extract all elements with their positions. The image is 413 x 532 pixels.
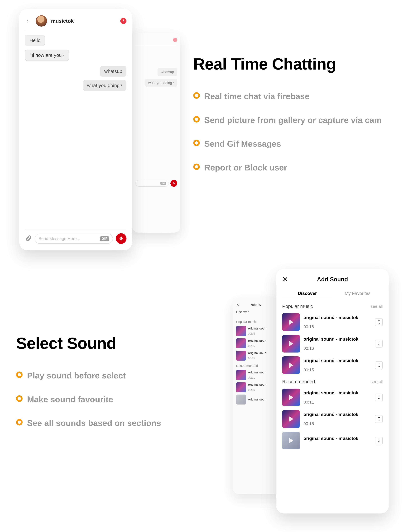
sound-thumb-play-icon[interactable] xyxy=(282,389,300,406)
alert-icon[interactable]: ! xyxy=(173,38,177,42)
chat-messages: Hello Hi how are you? whatsup what you d… xyxy=(25,30,127,229)
bullet-icon xyxy=(193,163,200,170)
section2-text: Select Sound Play sound before select Ma… xyxy=(16,334,209,442)
sound-item[interactable]: original soun xyxy=(236,393,277,406)
chat-username: musictok xyxy=(51,18,116,24)
sound-header: ✕ Add Sound xyxy=(282,275,383,284)
feature-item: Play sound before select xyxy=(16,370,209,381)
bookmark-button[interactable] xyxy=(375,318,383,326)
sound-time: 00:11 xyxy=(304,400,372,405)
chat-message-in: Hello xyxy=(25,35,45,46)
feature-item: See all sounds based on sections xyxy=(16,418,209,429)
tab-discover[interactable]: Discover xyxy=(236,310,249,315)
sound-time: 00:16 xyxy=(304,346,372,351)
add-sound-title: Add S xyxy=(241,303,277,307)
sound-name: original sound - musictok xyxy=(304,436,372,441)
sound-name: original sound - musictok xyxy=(304,358,372,363)
sound-name: original soun xyxy=(248,339,277,342)
section1-text: Real Time Chatting Real time chat via fi… xyxy=(193,55,395,186)
chat-message-out: what you doing? xyxy=(83,80,127,91)
sound-item[interactable]: original soun00:18 xyxy=(236,325,277,337)
message-input[interactable]: Send Message Here... GIF xyxy=(35,234,113,244)
sound-thumb-play-icon[interactable] xyxy=(282,432,300,449)
bookmark-button[interactable] xyxy=(375,437,383,445)
sound-thumb xyxy=(236,351,246,361)
attachment-icon[interactable] xyxy=(25,235,32,242)
chat-message-out: what you doing? xyxy=(145,79,177,87)
message-input[interactable]: GIF xyxy=(135,180,169,187)
back-arrow-icon[interactable]: ← xyxy=(25,17,32,25)
section-label: Recommended xyxy=(236,364,277,368)
sound-name: original sound - musictok xyxy=(304,412,372,417)
feature-text: Make sound favourite xyxy=(27,394,113,405)
feature-item: Send Gif Messages xyxy=(193,138,395,149)
sound-name: original soun xyxy=(248,371,277,374)
avatar[interactable] xyxy=(36,15,47,27)
feature-list: Real time chat via firebase Send picture… xyxy=(193,91,395,173)
sound-name: original sound - musictok xyxy=(304,390,372,396)
sound-time: 00:15 xyxy=(248,357,277,360)
sound-item[interactable]: original sound - musictok00:18 xyxy=(282,311,383,333)
sound-item[interactable]: original sound - musictok00:15 xyxy=(282,408,383,430)
sound-thumb xyxy=(236,370,246,380)
feature-text: Report or Block user xyxy=(204,162,287,173)
see-all-link[interactable]: see all xyxy=(371,304,383,309)
mic-button[interactable] xyxy=(116,233,127,244)
sound-name: original soun xyxy=(248,383,277,387)
bookmark-button[interactable] xyxy=(375,415,383,423)
chat-message-out: whatsup xyxy=(157,68,177,76)
bullet-icon xyxy=(16,419,22,426)
sound-item[interactable]: original soun00:15 xyxy=(236,350,277,362)
feature-item: Report or Block user xyxy=(193,162,395,173)
sound-thumb xyxy=(236,338,246,348)
sound-tabs: Discover My Favorites xyxy=(282,288,383,299)
sound-time: 00:16 xyxy=(248,344,277,348)
section-label: Popular music xyxy=(282,304,313,309)
sound-time: 00:15 xyxy=(304,368,372,372)
feature-list: Play sound before select Make sound favo… xyxy=(16,370,209,429)
sound-item[interactable]: original sound - musictok xyxy=(282,430,383,451)
feature-item: Make sound favourite xyxy=(16,394,209,405)
sound-name: original sound - musictok xyxy=(304,315,372,320)
sound-item[interactable]: original soun00:11 xyxy=(236,369,277,381)
tab-discover[interactable]: Discover xyxy=(282,288,333,299)
bookmark-button[interactable] xyxy=(375,340,383,348)
close-icon[interactable]: ✕ xyxy=(282,275,292,284)
input-placeholder: Send Message Here... xyxy=(39,236,80,241)
sound-time: 00:18 xyxy=(304,324,372,329)
sound-name: original soun xyxy=(248,398,277,401)
sound-item[interactable]: original soun00:16 xyxy=(236,337,277,350)
sound-thumb-play-icon[interactable] xyxy=(282,356,300,374)
sound-time: 00:15 xyxy=(304,421,372,426)
feature-text: Play sound before select xyxy=(27,370,126,381)
section-label: Recommended xyxy=(282,379,315,384)
bookmark-button[interactable] xyxy=(375,361,383,369)
feature-text: Real time chat via firebase xyxy=(204,91,309,102)
chat-header: ← musictok ! xyxy=(25,15,127,30)
sound-item[interactable]: original soun00:15 xyxy=(236,381,277,393)
sound-thumb-play-icon[interactable] xyxy=(282,335,300,352)
bookmark-button[interactable] xyxy=(375,394,383,401)
alert-icon[interactable]: ! xyxy=(120,18,127,24)
gif-button[interactable]: GIF xyxy=(160,182,166,185)
add-sound-title: Add Sound xyxy=(292,276,383,283)
mic-button[interactable] xyxy=(170,180,177,187)
see-all-link[interactable]: see all xyxy=(371,379,383,384)
sound-phone-back: ✕Add S Discover Popular music original s… xyxy=(233,298,281,494)
gif-button[interactable]: GIF xyxy=(100,236,109,241)
sound-thumb-play-icon[interactable] xyxy=(282,410,300,428)
sound-time: 00:18 xyxy=(248,332,277,335)
section-select-sound: Select Sound Play sound before select Ma… xyxy=(0,270,413,528)
sound-thumb-play-icon[interactable] xyxy=(282,313,300,331)
close-icon[interactable]: ✕ xyxy=(236,302,241,307)
bullet-icon xyxy=(193,140,200,146)
tab-favorites[interactable]: My Favorites xyxy=(333,288,383,299)
sound-item[interactable]: original sound - musictok00:11 xyxy=(282,387,383,408)
section-header: Recommended see all xyxy=(282,379,383,384)
chat-phone-back: ! whatsup what you doing? GIF xyxy=(132,33,180,233)
sound-name: original sound - musictok xyxy=(304,337,372,342)
sound-item[interactable]: original sound - musictok00:16 xyxy=(282,333,383,354)
sound-item[interactable]: original sound - musictok00:15 xyxy=(282,354,383,376)
sound-name: original soun xyxy=(248,352,277,355)
chat-message-in: Hi how are you? xyxy=(25,50,69,61)
